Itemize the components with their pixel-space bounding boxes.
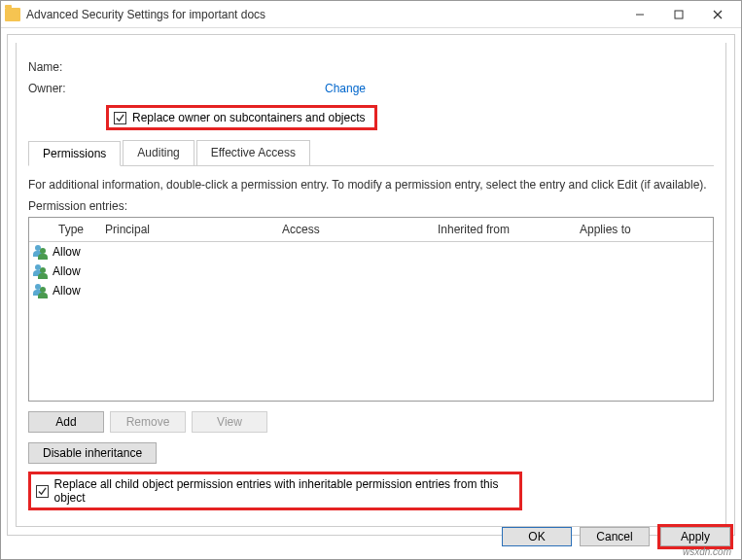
users-icon bbox=[31, 245, 51, 259]
titlebar: Advanced Security Settings for important… bbox=[1, 1, 741, 28]
info-text: For additional information, double-click… bbox=[28, 178, 714, 192]
close-button[interactable] bbox=[698, 1, 737, 27]
entries-label: Permission entries: bbox=[28, 199, 714, 213]
replace-owner-highlight: Replace owner on subcontainers and objec… bbox=[106, 105, 377, 130]
add-button[interactable]: Add bbox=[28, 411, 104, 433]
table-row[interactable]: Allow bbox=[29, 281, 713, 300]
watermark: wsxdn.com bbox=[683, 546, 731, 557]
grid-header-applies[interactable]: Applies to bbox=[574, 218, 713, 241]
grid-header-icon bbox=[29, 218, 53, 241]
name-row: Name: bbox=[28, 60, 714, 74]
table-row[interactable]: Allow bbox=[29, 262, 713, 281]
tab-strip: Permissions Auditing Effective Access bbox=[28, 140, 714, 166]
row-type: Allow bbox=[51, 264, 97, 278]
remove-button[interactable]: Remove bbox=[110, 411, 186, 433]
owner-row: Owner: Change bbox=[28, 82, 714, 95]
window-controls bbox=[620, 1, 737, 27]
replace-child-highlight: Replace all child object permission entr… bbox=[28, 472, 522, 510]
row-type: Allow bbox=[51, 284, 97, 298]
grid-header-type[interactable]: Type bbox=[53, 218, 99, 241]
permission-grid[interactable]: Type Principal Access Inherited from App… bbox=[28, 217, 714, 402]
content-area: Name: Owner: Change Replace owner on sub… bbox=[16, 43, 726, 527]
disable-inheritance-button[interactable]: Disable inheritance bbox=[28, 442, 157, 464]
grid-header-principal[interactable]: Principal bbox=[99, 218, 276, 241]
check-icon bbox=[38, 487, 47, 496]
maximize-button[interactable] bbox=[659, 1, 698, 27]
cancel-button[interactable]: Cancel bbox=[580, 527, 650, 546]
table-row[interactable]: Allow bbox=[29, 242, 713, 262]
users-icon bbox=[31, 284, 51, 298]
tab-effective-access[interactable]: Effective Access bbox=[196, 140, 310, 165]
window-title: Advanced Security Settings for important… bbox=[26, 8, 620, 21]
dialog-body: Name: Owner: Change Replace owner on sub… bbox=[7, 34, 735, 536]
entry-buttons: Add Remove View bbox=[28, 411, 714, 433]
grid-header: Type Principal Access Inherited from App… bbox=[29, 218, 713, 242]
minimize-button[interactable] bbox=[620, 1, 659, 27]
replace-owner-checkbox[interactable] bbox=[114, 112, 126, 124]
replace-child-checkbox[interactable] bbox=[36, 485, 49, 498]
replace-owner-label: Replace owner on subcontainers and objec… bbox=[132, 111, 365, 124]
users-icon bbox=[31, 264, 51, 278]
check-icon bbox=[116, 114, 124, 122]
row-type: Allow bbox=[51, 245, 97, 259]
svg-rect-1 bbox=[675, 11, 683, 18]
folder-icon bbox=[5, 8, 20, 21]
view-button[interactable]: View bbox=[192, 411, 267, 433]
tab-permissions[interactable]: Permissions bbox=[28, 141, 121, 166]
grid-header-access[interactable]: Access bbox=[276, 218, 432, 241]
apply-button[interactable]: Apply bbox=[660, 527, 730, 546]
grid-header-inherited[interactable]: Inherited from bbox=[432, 218, 574, 241]
tab-auditing[interactable]: Auditing bbox=[123, 140, 194, 165]
replace-child-label: Replace all child object permission entr… bbox=[54, 477, 514, 505]
ok-button[interactable]: OK bbox=[502, 527, 572, 546]
owner-label: Owner: bbox=[28, 82, 106, 95]
change-owner-link[interactable]: Change bbox=[325, 82, 366, 95]
name-label: Name: bbox=[28, 60, 106, 74]
